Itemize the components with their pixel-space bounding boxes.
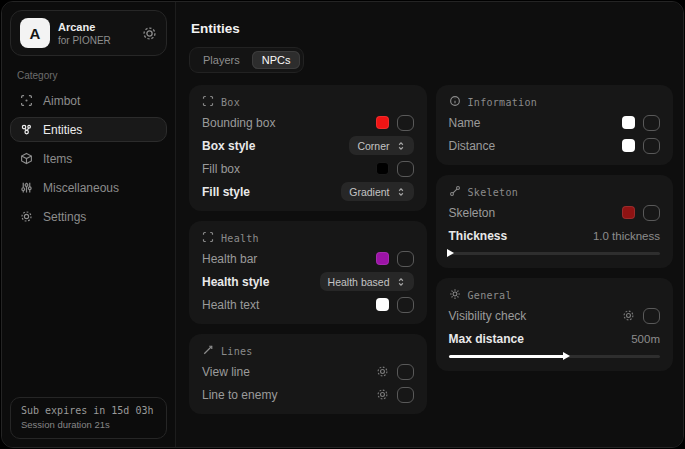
setting-row-health-bar: Health bar — [202, 249, 414, 268]
app-window: A Arcane for PIONER Category Aimbot — [1, 1, 684, 448]
checkbox[interactable] — [397, 115, 414, 131]
chevron-up-down-icon — [396, 141, 406, 151]
setting-label: Thickness — [449, 229, 508, 243]
chevron-up-down-icon — [396, 187, 406, 197]
sidebar-item-settings[interactable]: Settings — [10, 204, 167, 229]
sidebar-item-label: Entities — [43, 123, 82, 137]
setting-row-visibility-check: Visibility check — [449, 306, 661, 325]
setting-row-skeleton: Skeleton — [449, 203, 661, 222]
sidebar-item-items[interactable]: Items — [10, 146, 167, 171]
color-swatch[interactable] — [376, 162, 389, 175]
setting-row-health-text: Health text — [202, 295, 414, 314]
left-column: Box Bounding box Box style Corner — [189, 85, 427, 414]
card-skeleton: Skeleton Skeleton Thickness 1.0 thicknes… — [436, 175, 674, 268]
gear-icon[interactable] — [376, 365, 389, 378]
sidebar-item-entities[interactable]: Entities — [10, 117, 167, 142]
package-icon — [20, 152, 33, 165]
sidebar-item-label: Settings — [43, 210, 86, 224]
session-duration-text: Session duration 21s — [21, 419, 156, 430]
setting-row-max-distance: Max distance 500m — [449, 329, 661, 348]
bone-icon — [449, 185, 461, 199]
entities-icon — [20, 123, 33, 136]
checkbox[interactable] — [397, 364, 414, 380]
checkbox[interactable] — [397, 387, 414, 403]
tab-bar: Players NPCs — [189, 47, 304, 73]
card-health: Health Health bar Health style Health ba… — [189, 221, 427, 324]
sidebar-item-label: Aimbot — [43, 94, 80, 108]
sidebar-item-label: Items — [43, 152, 72, 166]
gear-icon[interactable] — [622, 309, 635, 322]
setting-label: Skeleton — [449, 206, 496, 220]
slider-handle[interactable] — [563, 352, 570, 360]
checkbox[interactable] — [643, 138, 660, 154]
main-panel: Entities Players NPCs Box — [176, 2, 683, 447]
setting-row-thickness: Thickness 1.0 thickness — [449, 226, 661, 245]
sidebar-item-label: Miscellaneous — [43, 181, 119, 195]
color-swatch[interactable] — [376, 298, 389, 311]
gear-icon[interactable] — [376, 388, 389, 401]
checkbox[interactable] — [643, 205, 660, 221]
setting-label: Name — [449, 116, 481, 130]
slider-fill — [449, 355, 565, 358]
brand-card: A Arcane for PIONER — [10, 10, 167, 56]
chevron-up-down-icon — [396, 277, 406, 287]
thickness-slider[interactable] — [449, 248, 661, 258]
app-title: Arcane — [58, 21, 111, 33]
setting-row-box-style: Box style Corner — [202, 136, 414, 155]
checkbox[interactable] — [397, 297, 414, 313]
checkbox[interactable] — [643, 308, 660, 324]
card-information: Information Name Distance — [436, 85, 674, 165]
setting-label: Box style — [202, 139, 255, 153]
card-title: Skeleton — [468, 187, 519, 198]
setting-row-bounding-box: Bounding box — [202, 113, 414, 132]
setting-label: Visibility check — [449, 309, 527, 323]
health-style-dropdown[interactable]: Health based — [320, 272, 414, 291]
sun-icon — [449, 288, 461, 302]
setting-label: View line — [202, 365, 250, 379]
brand-text: Arcane for PIONER — [58, 21, 111, 46]
app-logo: A — [20, 18, 50, 48]
gear-icon[interactable] — [142, 26, 157, 41]
sliders-icon — [20, 181, 33, 194]
setting-row-distance: Distance — [449, 136, 661, 155]
setting-label: Fill style — [202, 185, 250, 199]
slider-track — [449, 252, 661, 255]
card-title: General — [468, 290, 512, 301]
sidebar-item-miscellaneous[interactable]: Miscellaneous — [10, 175, 167, 200]
checkbox[interactable] — [397, 161, 414, 177]
diagonal-line-icon — [202, 344, 214, 358]
info-icon — [449, 95, 461, 109]
setting-label: Health bar — [202, 252, 257, 266]
color-swatch[interactable] — [622, 139, 635, 152]
dropdown-value: Corner — [357, 139, 389, 153]
setting-label: Fill box — [202, 162, 240, 176]
color-swatch[interactable] — [376, 252, 389, 265]
setting-label: Max distance — [449, 332, 524, 346]
setting-row-view-line: View line — [202, 362, 414, 381]
setting-label: Health style — [202, 275, 269, 289]
color-swatch[interactable] — [622, 116, 635, 129]
card-title: Health — [221, 233, 259, 244]
page-title: Entities — [191, 21, 673, 36]
tab-npcs[interactable]: NPCs — [252, 51, 301, 69]
right-column: Information Name Distance — [436, 85, 674, 371]
checkbox[interactable] — [397, 251, 414, 267]
sidebar: A Arcane for PIONER Category Aimbot — [2, 2, 176, 447]
dropdown-value: Health based — [328, 275, 390, 289]
slider-handle[interactable] — [447, 249, 454, 257]
checkbox[interactable] — [643, 115, 660, 131]
brackets-icon — [202, 95, 214, 109]
color-swatch[interactable] — [622, 206, 635, 219]
card-box: Box Bounding box Box style Corner — [189, 85, 427, 211]
setting-row-fill-box: Fill box — [202, 159, 414, 178]
color-swatch[interactable] — [376, 116, 389, 129]
setting-row-name: Name — [449, 113, 661, 132]
box-style-dropdown[interactable]: Corner — [349, 136, 413, 155]
tab-players[interactable]: Players — [193, 51, 250, 69]
max-distance-slider[interactable] — [449, 351, 661, 361]
setting-row-health-style: Health style Health based — [202, 272, 414, 291]
category-label: Category — [17, 70, 160, 81]
setting-label: Health text — [202, 298, 259, 312]
fill-style-dropdown[interactable]: Gradient — [341, 182, 413, 201]
sidebar-item-aimbot[interactable]: Aimbot — [10, 88, 167, 113]
